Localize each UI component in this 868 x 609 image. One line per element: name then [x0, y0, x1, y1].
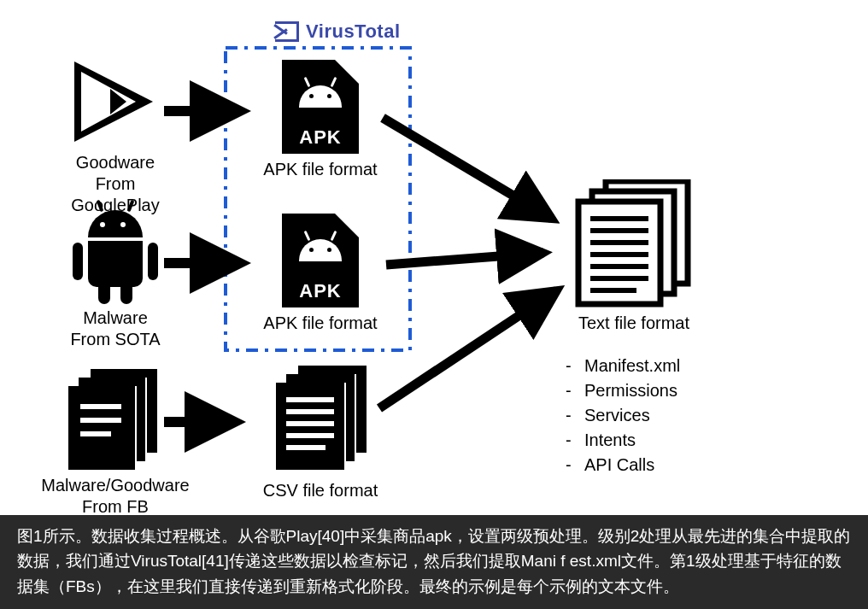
arrow-csv-text — [379, 290, 557, 408]
arrow-apk1-text — [383, 118, 552, 219]
diagram-canvas: VirusTotal Goodware From GooglePlay Malw… — [0, 0, 868, 609]
arrow-apk2-text — [386, 253, 543, 265]
arrows-layer — [0, 0, 868, 530]
figure-caption: 图1所示。数据收集过程概述。从谷歌Play[40]中采集商品apk，设置两级预处… — [0, 515, 868, 609]
